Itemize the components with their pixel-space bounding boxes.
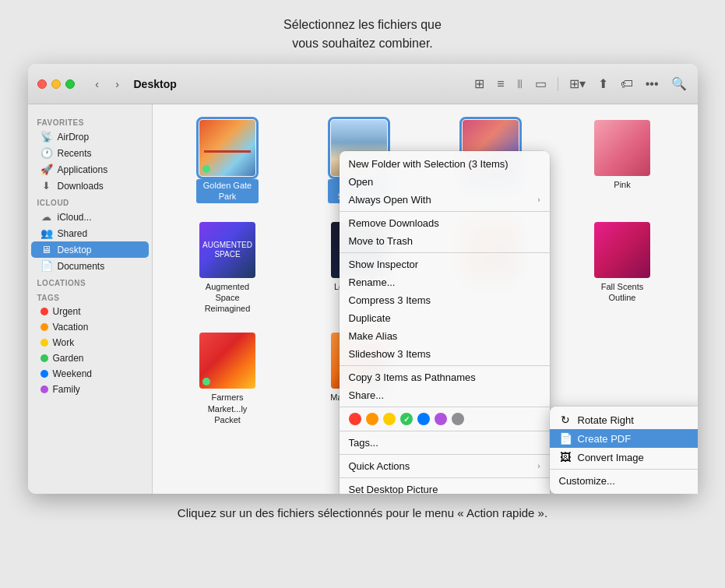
context-copy-pathnames-label: Copy 3 Items as Pathnames [349,371,476,383]
context-slideshow[interactable]: Slideshow 3 Items [340,345,550,363]
color-dot-red[interactable] [349,413,361,425]
context-divider-4 [340,407,550,407]
fall-scents-label: Fall Scents Outline [591,281,653,304]
favorites-section-label: Favorites [28,114,152,129]
golden-gate-label: Golden Gate Park [196,179,259,203]
file-item-golden-gate[interactable]: Golden Gate Park [165,117,290,206]
context-compress[interactable]: Compress 3 Items [340,291,550,309]
sidebar-item-vacation[interactable]: Vacation [31,319,149,335]
context-make-alias[interactable]: Make Alias [340,327,550,345]
gallery-view-icon[interactable]: ▭ [533,75,548,93]
context-tags-label: Tags... [349,437,378,449]
sidebar-item-airdrop[interactable]: 📡 AirDrop [31,129,149,145]
sidebar-item-family[interactable]: Family [31,382,149,397]
color-dot-yellow[interactable] [383,413,396,425]
pink-label: Pink [614,179,630,190]
file-item-augmented[interactable]: AUGMENTED SPACE Augmented Space Reimagin… [165,219,290,318]
context-set-desktop[interactable]: Set Desktop Picture [340,481,550,494]
minimize-button[interactable] [51,79,61,89]
close-button[interactable] [37,79,47,89]
submenu-convert-image[interactable]: 🖼 Convert Image [550,448,698,467]
locations-section-label: Locations [28,274,152,289]
file-item-farmers[interactable]: Farmers Market...ly Packet [165,329,290,428]
context-divider-2 [340,252,550,253]
context-tags[interactable]: Tags... [340,434,550,452]
context-new-folder-label: New Folder with Selection (3 Items) [349,158,509,170]
submenu-create-pdf[interactable]: 📄 Create PDF [550,429,698,448]
submenu-rotate-right[interactable]: ↻ Rotate Right [550,410,698,429]
column-view-icon[interactable]: ⫴ [516,76,524,93]
sidebar-item-downloads[interactable]: ⬇ Downloads [31,178,149,194]
sidebar-item-desktop[interactable]: 🖥 Desktop [31,241,149,258]
context-copy-pathnames[interactable]: Copy 3 Items as Pathnames [340,368,550,386]
sidebar-item-applications[interactable]: 🚀 Applications [31,161,149,178]
context-duplicate[interactable]: Duplicate [340,309,550,327]
sidebar-item-urgent-label: Urgent [53,306,81,317]
shared-icon: 👥 [40,227,53,239]
nav-buttons: ‹ › [89,76,126,93]
color-dot-purple[interactable] [435,413,447,425]
submenu-rotate-right-label: Rotate Right [578,414,634,426]
context-show-inspector-label: Show Inspector [349,259,419,270]
group-icon[interactable]: ⊞▾ [568,75,587,93]
context-compress-label: Compress 3 Items [349,294,431,306]
finder-window: ‹ › Desktop ⊞ ≡ ⫴ ▭ ⊞▾ ⬆ 🏷 ••• 🔍 Favorit… [28,64,698,494]
context-move-to-trash[interactable]: Move to Trash [340,232,550,250]
sidebar-item-garden[interactable]: Garden [31,350,149,366]
color-dot-orange[interactable] [366,413,378,425]
create-pdf-icon: 📄 [559,432,572,445]
tags-icon[interactable]: 🏷 [619,76,635,93]
annotation-bottom: Cliquez sur un des fichiers sélectionnés… [178,505,547,523]
submenu-customize[interactable]: Customize... [550,472,698,490]
forward-button[interactable]: › [109,76,126,93]
sidebar-item-documents-label: Documents [58,261,105,272]
farmers-label: Farmers Market...ly Packet [196,392,259,425]
context-divider-7 [340,477,550,478]
context-open[interactable]: Open [340,173,550,191]
maximize-button[interactable] [65,79,75,89]
sidebar-item-documents[interactable]: 📄 Documents [31,258,149,274]
sidebar-item-vacation-label: Vacation [53,322,89,333]
icon-view-icon[interactable]: ⊞ [473,75,486,93]
more-icon[interactable]: ••• [644,76,660,93]
downloads-icon: ⬇ [40,180,53,192]
sidebar-item-garden-label: Garden [53,353,84,364]
context-always-open-with[interactable]: Always Open With › [340,191,550,209]
back-button[interactable]: ‹ [89,76,106,93]
context-share[interactable]: Share... [340,386,550,404]
convert-image-icon: 🖼 [559,451,572,463]
airdrop-icon: 📡 [40,131,53,143]
sidebar-item-airdrop-label: AirDrop [58,132,90,143]
context-quick-actions[interactable]: Quick Actions › [340,457,550,475]
sidebar-item-shared[interactable]: 👥 Shared [31,225,149,241]
share-icon[interactable]: ⬆ [597,75,610,93]
farmers-thumb-wrapper [199,333,255,389]
color-dot-green[interactable] [400,413,413,425]
context-rename[interactable]: Rename... [340,273,550,291]
color-dot-blue[interactable] [417,413,430,425]
list-view-icon[interactable]: ≡ [495,76,505,93]
context-remove-downloads[interactable]: Remove Downloads [340,214,550,232]
fall-scents-thumb-wrapper [594,222,650,278]
submenu-create-pdf-label: Create PDF [578,433,632,445]
sidebar-item-work[interactable]: Work [31,335,149,350]
sidebar-item-weekend[interactable]: Weekend [31,366,149,382]
context-menu: New Folder with Selection (3 Items) Open… [340,151,550,494]
quick-actions-chevron-icon: › [537,462,540,470]
sidebar-item-recents[interactable]: 🕐 Recents [31,145,149,161]
sidebar-item-desktop-label: Desktop [58,245,92,255]
golden-gate-dot [202,165,210,173]
color-dot-gray[interactable] [452,413,464,425]
search-icon[interactable]: 🔍 [670,75,688,93]
context-show-inspector[interactable]: Show Inspector [340,255,550,273]
sidebar-item-icloud[interactable]: ☁ iCloud... [31,209,149,225]
file-item-pink[interactable]: Pink [560,117,685,206]
vacation-dot [40,323,48,331]
file-item-fall-scents[interactable]: Fall Scents Outline [560,219,685,318]
desktop-icon: 🖥 [40,244,53,255]
context-new-folder[interactable]: New Folder with Selection (3 Items) [340,155,550,173]
augmented-thumb-wrapper: AUGMENTED SPACE [199,222,255,278]
context-remove-downloads-label: Remove Downloads [349,217,439,229]
context-quick-actions-label: Quick Actions [349,460,410,472]
sidebar-item-urgent[interactable]: Urgent [31,304,149,319]
